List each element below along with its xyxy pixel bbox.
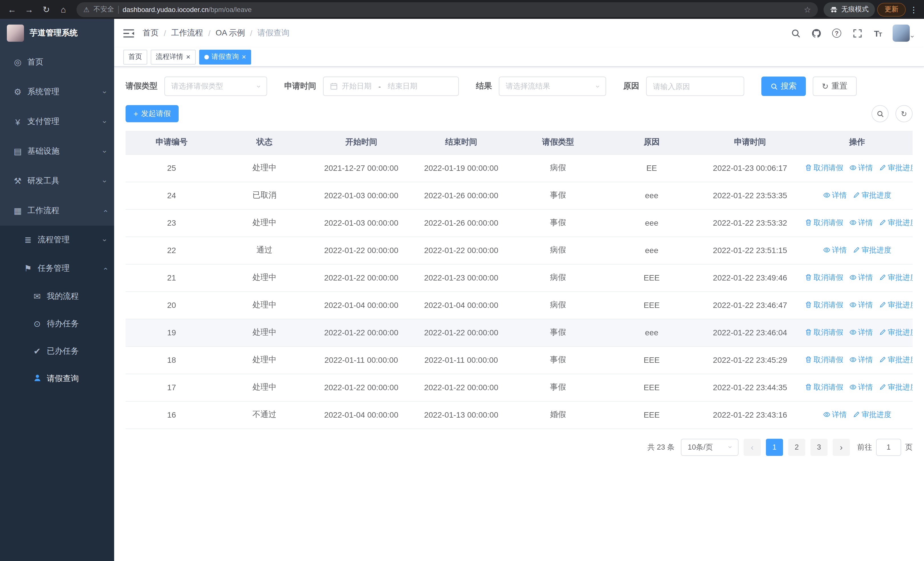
end-date-placeholder[interactable]: 结束日期 [388, 81, 417, 92]
table-row[interactable]: 19 处理中 2022-01-22 00:00:00 2022-01-22 00… [126, 319, 913, 346]
bookmark-star-icon[interactable]: ☆ [804, 5, 811, 14]
detail-link[interactable]: 详情 [849, 272, 873, 283]
cancel-leave-link[interactable]: 取消请假 [804, 163, 843, 173]
table-row[interactable]: 20 处理中 2022-01-04 00:00:00 2022-01-04 00… [126, 291, 913, 319]
result-select[interactable]: 请选择流结果 › [499, 77, 606, 96]
table-row[interactable]: 24 已取消 2022-01-03 00:00:00 2022-01-26 00… [126, 182, 913, 209]
page-size-select[interactable]: 10条/页 › [681, 438, 738, 456]
breadcrumb-item[interactable]: 首页 [142, 28, 159, 38]
table-row[interactable]: 17 处理中 2022-01-22 00:00:00 2022-01-22 00… [126, 374, 913, 401]
browser-refresh-button[interactable]: ↻ [39, 2, 54, 17]
close-icon[interactable]: × [242, 53, 246, 60]
cell-end-time: 2022-01-11 00:00:00 [411, 346, 511, 374]
refresh-table-button[interactable]: ↻ [896, 105, 913, 122]
table-row[interactable]: 22 通过 2022-01-22 00:00:00 2022-01-22 00:… [126, 236, 913, 264]
sidebar-item-my-processes[interactable]: ✉ 我的流程 [0, 283, 114, 310]
detail-link[interactable]: 详情 [849, 355, 873, 365]
page-button-2[interactable]: 2 [788, 438, 805, 456]
sidebar-item-todo-tasks[interactable]: ⊙ 待办任务 [0, 310, 114, 338]
sidebar-item-payment[interactable]: ¥ 支付管理 › [0, 107, 114, 137]
sidebar-item-devtools[interactable]: ⚒ 研发工具 › [0, 166, 114, 196]
approval-progress-link[interactable]: 审批进度 [879, 218, 913, 228]
sidebar-item-process-management[interactable]: ≣ 流程管理 › [0, 226, 114, 254]
table-row[interactable]: 23 处理中 2022-01-03 00:00:00 2022-01-26 00… [126, 209, 913, 236]
cell-end-time: 2022-01-22 00:00:00 [411, 319, 511, 346]
page-button-3[interactable]: 3 [810, 438, 828, 456]
sidebar-item-done-tasks[interactable]: ✔ 已办任务 [0, 338, 114, 365]
detail-link[interactable]: 详情 [849, 382, 873, 393]
date-range-picker[interactable]: 开始日期 - 结束日期 [323, 77, 459, 96]
page-button-1[interactable]: 1 [766, 438, 783, 456]
approval-progress-link[interactable]: 审批进度 [853, 190, 891, 200]
search-icon[interactable] [790, 27, 801, 39]
cancel-leave-link[interactable]: 取消请假 [804, 300, 843, 310]
toggle-search-button[interactable] [872, 105, 889, 122]
approval-progress-link[interactable]: 审批进度 [879, 163, 913, 173]
prev-page-button[interactable]: ‹ [744, 438, 761, 456]
approval-progress-link[interactable]: 审批进度 [879, 300, 913, 310]
detail-link[interactable]: 详情 [823, 245, 847, 256]
detail-link[interactable]: 详情 [823, 410, 847, 420]
sidebar-item-home[interactable]: ◎ 首页 [0, 47, 114, 77]
table-row[interactable]: 21 处理中 2022-01-22 00:00:00 2022-01-23 00… [126, 264, 913, 291]
cell-actions: 取消请假详情审批进度 [802, 374, 913, 401]
tab-process-detail[interactable]: 流程详情 × [151, 50, 195, 64]
browser-back-button[interactable]: ← [4, 2, 20, 17]
next-page-button[interactable]: › [832, 438, 850, 456]
sidebar-collapse-icon[interactable] [114, 19, 142, 47]
browser-home-button[interactable]: ⌂ [56, 2, 71, 17]
table-row[interactable]: 16 不通过 2022-01-04 00:00:00 2022-01-13 00… [126, 401, 913, 429]
approval-progress-link[interactable]: 审批进度 [879, 355, 913, 365]
col-status: 状态 [218, 131, 311, 154]
page-label: 页 [905, 442, 913, 452]
breadcrumb-item[interactable]: OA 示例 [216, 28, 245, 38]
detail-link[interactable]: 详情 [849, 218, 873, 228]
close-icon[interactable]: × [186, 53, 190, 60]
cancel-leave-link[interactable]: 取消请假 [804, 327, 843, 338]
address-bar[interactable]: ⚠ 不安全 dashboard.yudao.iocoder.cn/bpm/oa/… [76, 2, 818, 17]
detail-link[interactable]: 详情 [849, 163, 873, 173]
cancel-leave-link[interactable]: 取消请假 [804, 218, 843, 228]
user-menu[interactable]: › [892, 24, 914, 42]
reset-button[interactable]: ↻ 重置 [813, 77, 856, 96]
create-leave-button[interactable]: + 发起请假 [126, 105, 178, 122]
fullscreen-icon[interactable] [852, 27, 863, 39]
security-label[interactable]: 不安全 [94, 5, 114, 14]
tab-leave-query[interactable]: 请假查询 × [199, 50, 251, 64]
table-row[interactable]: 18 处理中 2022-01-11 00:00:00 2022-01-11 00… [126, 346, 913, 374]
detail-link[interactable]: 详情 [823, 190, 847, 200]
detail-link[interactable]: 详情 [849, 327, 873, 338]
tab-home[interactable]: 首页 [123, 50, 147, 64]
filter-apply-time: 申请时间 开始日期 - 结束日期 [284, 77, 459, 96]
cancel-leave-link[interactable]: 取消请假 [804, 272, 843, 283]
app-logo-row[interactable]: 芋道管理系统 [0, 19, 114, 47]
goto-page-input[interactable] [876, 438, 901, 456]
search-button[interactable]: 搜索 [761, 77, 806, 96]
cell-leave-type: 病假 [511, 264, 604, 291]
approval-progress-link[interactable]: 审批进度 [879, 272, 913, 283]
font-size-icon[interactable]: TT [872, 27, 884, 39]
browser-forward-button[interactable]: → [22, 2, 36, 17]
detail-link[interactable]: 详情 [849, 300, 873, 310]
sidebar-item-leave-query[interactable]: 请假查询 [0, 365, 114, 393]
table-row[interactable]: 25 处理中 2021-12-27 00:00:00 2022-01-19 00… [126, 154, 913, 182]
approval-progress-link[interactable]: 审批进度 [879, 382, 913, 393]
leave-type-select[interactable]: 请选择请假类型 › [164, 77, 267, 96]
cancel-leave-link[interactable]: 取消请假 [804, 355, 843, 365]
browser-menu-icon[interactable]: ⋮ [908, 5, 920, 14]
sidebar-item-workflow[interactable]: ▦ 工作流程 › [0, 196, 114, 226]
approval-progress-link[interactable]: 审批进度 [853, 245, 891, 256]
sidebar-item-infrastructure[interactable]: ▤ 基础设施 › [0, 137, 114, 166]
sidebar-item-task-management[interactable]: ⚑ 任务管理 › [0, 254, 114, 283]
breadcrumb-item[interactable]: 工作流程 [171, 28, 203, 38]
github-icon[interactable] [810, 27, 822, 39]
start-date-placeholder[interactable]: 开始日期 [342, 81, 372, 92]
sidebar-item-system[interactable]: ⚙ 系统管理 › [0, 77, 114, 107]
browser-update-button[interactable]: 更新 [877, 3, 906, 16]
cancel-leave-link[interactable]: 取消请假 [804, 382, 843, 393]
approval-progress-link[interactable]: 审批进度 [879, 327, 913, 338]
reason-input[interactable] [653, 82, 737, 90]
help-icon[interactable]: ? [831, 27, 842, 39]
approval-progress-link[interactable]: 审批进度 [853, 410, 891, 420]
url-text[interactable]: dashboard.yudao.iocoder.cn/bpm/oa/leave [123, 5, 800, 14]
